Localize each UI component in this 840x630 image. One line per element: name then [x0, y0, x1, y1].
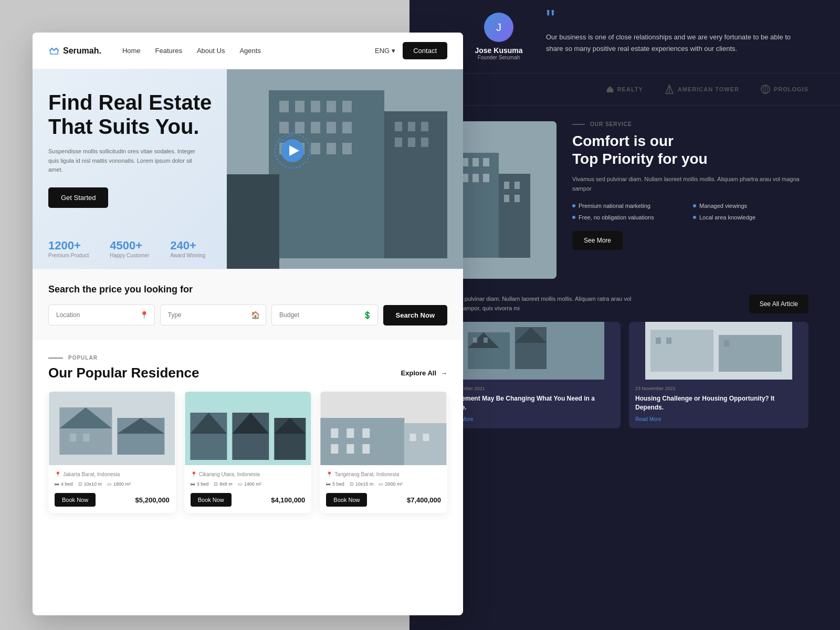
- arrow-right-icon: →: [440, 369, 447, 377]
- location-icon: 📍: [140, 311, 149, 319]
- see-all-article-button[interactable]: See All Article: [749, 295, 808, 313]
- svg-rect-44: [311, 122, 320, 133]
- service-description: Vivamus sed pulvinar diam. Nullam laoree…: [572, 175, 808, 193]
- svg-rect-15: [483, 174, 489, 182]
- dollar-icon: 💲: [363, 311, 372, 319]
- book-button-2[interactable]: Book Now: [191, 493, 232, 507]
- book-button-3[interactable]: Book Now: [326, 493, 367, 507]
- detail-bed-3: 🛏 5 bed: [326, 481, 344, 487]
- article-title-2: Housing Challenge or Housing Opportunity…: [635, 394, 802, 412]
- stat-label-premium: Premium Product: [48, 253, 89, 258]
- read-more-1[interactable]: Read More: [447, 416, 614, 422]
- size-icon-3: ⊡: [350, 481, 354, 487]
- article-cards: 2 November 2021 Retirement May Be Changi…: [441, 322, 808, 428]
- stat-label-customers: Happy Customer: [110, 253, 149, 258]
- card-location-2: 📍 Cikarang Utara, Indonesia: [191, 471, 306, 477]
- main-card: Serumah. Home Features About Us Agents E…: [33, 33, 463, 615]
- pin-icon-3: 📍: [326, 471, 332, 477]
- article-image-2: [629, 322, 808, 380]
- search-now-button[interactable]: Search Now: [383, 305, 447, 326]
- see-more-button[interactable]: See More: [572, 231, 623, 250]
- right-panel: J Jose Kusuma Founder Serumah " Our busi…: [410, 0, 840, 630]
- service-features: Premium national marketing Managed viewi…: [572, 203, 808, 220]
- budget-input[interactable]: [271, 304, 378, 326]
- location-input[interactable]: [48, 304, 155, 326]
- contact-button[interactable]: Contact: [403, 42, 447, 59]
- svg-rect-52: [395, 122, 402, 131]
- get-started-button[interactable]: Get Started: [48, 187, 108, 208]
- card-body-2: 📍 Cikarang Utara, Indonesia 🛏 3 bed ⊡ 8x…: [184, 465, 312, 513]
- svg-rect-34: [269, 90, 384, 258]
- svg-rect-19: [514, 195, 520, 202]
- explore-all-link[interactable]: Explore All →: [401, 369, 447, 377]
- property-image-3: [320, 392, 447, 465]
- svg-rect-11: [472, 158, 479, 166]
- svg-rect-16: [504, 182, 509, 189]
- nav-links: Home Features About Us Agents: [122, 47, 375, 55]
- service-section: OUR SERVICE Comfort is our Top Priority …: [410, 106, 840, 295]
- avatar: J: [484, 13, 513, 42]
- type-input-wrap: 🏠: [160, 304, 267, 326]
- area-icon: ▭: [107, 481, 112, 487]
- svg-rect-82: [331, 444, 339, 454]
- book-button-1[interactable]: Book Now: [55, 493, 96, 507]
- article-description: mus sed pulvinar diam. Nullam laoreet mo…: [441, 295, 640, 313]
- area-icon-3: ▭: [379, 481, 383, 487]
- svg-rect-18: [504, 195, 509, 202]
- svg-rect-78: [405, 423, 447, 465]
- nav-home[interactable]: Home: [122, 47, 141, 55]
- nav-agents[interactable]: Agents: [239, 47, 260, 55]
- search-section: Search the price you looking for 📍 🏠 💲 S…: [33, 269, 463, 340]
- article-image-1: [441, 322, 621, 380]
- read-more-2[interactable]: Read More: [635, 416, 802, 422]
- service-title: Comfort is our Top Priority for you: [572, 132, 808, 167]
- feature-2: Managed viewings: [693, 203, 808, 209]
- video-button[interactable]: VIDEO TOUR: [274, 132, 311, 169]
- card-details-1: 🛏 4 bed ⊡ 10x10 m ▭ 1800 m²: [55, 481, 170, 487]
- hero-section: VIDEO TOUR Find Real Estate That Suits Y…: [33, 69, 463, 269]
- hero-description: Suspendisse mollis sollicitudin ores vit…: [48, 147, 206, 175]
- location-input-wrap: 📍: [48, 304, 155, 326]
- chevron-down-icon: ▾: [392, 47, 395, 55]
- detail-size-3: ⊡ 10x15 m: [350, 481, 374, 487]
- detail-bed-1: 🛏 4 bed: [55, 481, 73, 487]
- svg-rect-28: [650, 330, 713, 372]
- type-input[interactable]: [160, 304, 267, 326]
- detail-bed-2: 🛏 3 bed: [191, 481, 209, 487]
- svg-rect-31: [666, 338, 671, 344]
- svg-rect-54: [421, 122, 428, 131]
- service-tag-line: [572, 124, 585, 125]
- card-footer-1: Book Now $5,200,000: [55, 493, 170, 507]
- svg-rect-77: [321, 418, 405, 465]
- card-details-2: 🛏 3 bed ⊡ 8x8 m ▭ 1400 m²: [191, 481, 306, 487]
- svg-rect-50: [327, 143, 336, 154]
- hero-content: Find Real Estate That Suits You. Suspend…: [48, 90, 212, 208]
- svg-rect-42: [279, 122, 289, 133]
- home-icon: 🏠: [251, 311, 260, 319]
- property-image-1: [48, 392, 176, 465]
- article-title-1: Retirement May Be Changing What You Need…: [447, 394, 614, 412]
- detail-area-1: ▭ 1800 m²: [107, 481, 131, 487]
- brand-prologis: PROLOGIS: [760, 84, 808, 94]
- card-price-3: $7,400,000: [407, 496, 441, 504]
- size-icon: ⊡: [78, 481, 82, 487]
- svg-rect-46: [342, 122, 352, 133]
- brands-area: REALTY AMERICAN TOWER PROLOGIS: [410, 74, 840, 106]
- person-name: Jose Kusuma: [472, 46, 525, 55]
- nav-about[interactable]: About Us: [197, 47, 225, 55]
- svg-rect-83: [347, 444, 354, 454]
- quote-mark: ": [546, 13, 808, 25]
- testimonial-section: J Jose Kusuma Founder Serumah " Our busi…: [410, 0, 840, 74]
- svg-rect-8: [457, 153, 499, 258]
- bed-icon-3: 🛏: [326, 481, 331, 487]
- area-icon-2: ▭: [238, 481, 243, 487]
- svg-rect-80: [347, 428, 354, 438]
- card-location-1: 📍 Jakarta Barat, Indonesia: [55, 471, 170, 477]
- nav-features[interactable]: Features: [155, 47, 182, 55]
- svg-rect-17: [514, 182, 520, 189]
- pin-icon: 📍: [55, 471, 61, 477]
- svg-rect-25: [473, 338, 477, 343]
- language-selector[interactable]: ENG ▾: [375, 47, 395, 55]
- brand-logo-mark: Serumah.: [48, 46, 101, 56]
- svg-marker-1: [606, 86, 614, 90]
